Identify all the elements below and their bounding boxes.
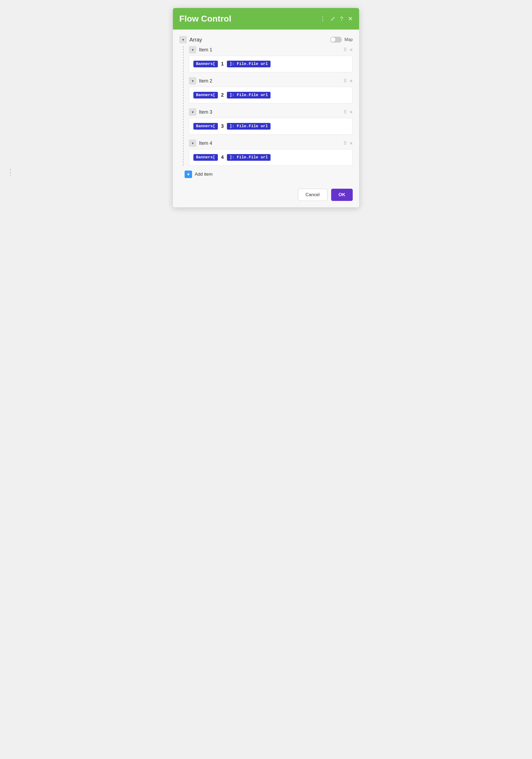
- item-content: Banners[ 1 ]: File.File url: [189, 56, 353, 72]
- dialog-footer: Cancel OK: [173, 184, 359, 207]
- item-header: ▾ Item 3 ⠿ ×: [189, 108, 353, 116]
- item-right: ⠿ ×: [343, 47, 353, 53]
- header-actions: ⋮ ⤢ ? ✕: [320, 16, 353, 22]
- item-left: ▾ Item 4: [189, 140, 212, 147]
- more-icon[interactable]: ⋮: [320, 16, 325, 22]
- token-prefix: Banners[: [193, 92, 218, 99]
- token-row: Banners[ 1 ]: File.File url: [193, 61, 348, 67]
- remove-item-button[interactable]: ×: [350, 140, 353, 146]
- item-right: ⠿ ×: [343, 140, 353, 146]
- token-row: Banners[ 4 ]: File.File url: [193, 154, 348, 161]
- drag-icon[interactable]: ⠿: [343, 78, 347, 84]
- item-left: ▾ Item 1: [189, 46, 212, 54]
- expand-icon[interactable]: ⤢: [330, 16, 335, 22]
- token-index: 3: [219, 123, 225, 130]
- token-suffix: ]: File.File url: [227, 92, 271, 99]
- cancel-button[interactable]: Cancel: [298, 189, 327, 201]
- array-header: ▾ Array Map: [179, 36, 353, 43]
- item-block: ▾ Item 1 ⠿ × Banners[ 1 ]: File.File url: [183, 46, 353, 72]
- remove-item-button[interactable]: ×: [350, 47, 353, 53]
- item-block: ▾ Item 2 ⠿ × Banners[ 2 ]: File.File url: [183, 77, 353, 103]
- item-collapse-button[interactable]: ▾: [189, 108, 196, 116]
- item-label: Item 2: [199, 78, 212, 84]
- flow-control-dialog: Flow Control ⋮ ⤢ ? ✕ ▾ Array Map: [173, 8, 359, 207]
- array-label: Array: [189, 37, 202, 43]
- array-collapse-button[interactable]: ▾: [179, 36, 187, 43]
- add-item-label: Add item: [195, 172, 212, 177]
- map-label: Map: [344, 37, 353, 42]
- token-row: Banners[ 3 ]: File.File url: [193, 123, 348, 130]
- item-left: ▾ Item 2: [189, 77, 212, 85]
- add-item-button[interactable]: +: [185, 171, 192, 178]
- array-left: ▾ Array: [179, 36, 202, 43]
- item-label: Item 1: [199, 47, 212, 53]
- token-suffix: ]: File.File url: [227, 123, 271, 130]
- map-toggle[interactable]: [330, 37, 342, 43]
- item-header: ▾ Item 2 ⠿ ×: [189, 77, 353, 85]
- item-header: ▾ Item 1 ⠿ ×: [189, 46, 353, 54]
- item-content: Banners[ 2 ]: File.File url: [189, 87, 353, 103]
- token-index: 2: [219, 92, 225, 99]
- item-collapse-button[interactable]: ▾: [189, 77, 196, 85]
- item-block: ▾ Item 4 ⠿ × Banners[ 4 ]: File.File url: [183, 140, 353, 166]
- item-header: ▾ Item 4 ⠿ ×: [189, 140, 353, 147]
- remove-item-button[interactable]: ×: [350, 78, 353, 84]
- array-right: Map: [330, 37, 353, 43]
- item-label: Item 4: [199, 140, 212, 146]
- remove-item-button[interactable]: ×: [350, 109, 353, 115]
- close-icon[interactable]: ✕: [348, 16, 353, 22]
- drag-icon[interactable]: ⠿: [343, 47, 347, 53]
- items-container: ▾ Item 1 ⠿ × Banners[ 1 ]: File.File url…: [183, 46, 353, 166]
- token-suffix: ]: File.File url: [227, 61, 271, 67]
- item-content: Banners[ 4 ]: File.File url: [189, 149, 353, 166]
- item-collapse-button[interactable]: ▾: [189, 140, 196, 147]
- token-row: Banners[ 2 ]: File.File url: [193, 92, 348, 99]
- token-suffix: ]: File.File url: [227, 154, 271, 161]
- item-collapse-button[interactable]: ▾: [189, 46, 196, 54]
- token-index: 1: [219, 61, 225, 67]
- token-index: 4: [219, 154, 225, 161]
- item-content: Banners[ 3 ]: File.File url: [189, 118, 353, 135]
- drag-icon[interactable]: ⠿: [343, 109, 347, 115]
- item-block: ▾ Item 3 ⠿ × Banners[ 3 ]: File.File url: [183, 108, 353, 135]
- help-icon[interactable]: ?: [340, 16, 343, 22]
- drag-icon[interactable]: ⠿: [343, 140, 347, 146]
- array-section: ▾ Array Map ▾ Item 1 ⠿ ×: [179, 36, 353, 178]
- token-prefix: Banners[: [193, 154, 218, 161]
- item-left: ▾ Item 3: [189, 108, 212, 116]
- ok-button[interactable]: OK: [331, 189, 353, 201]
- dialog-title: Flow Control: [179, 14, 231, 24]
- dialog-header: Flow Control ⋮ ⤢ ? ✕: [173, 8, 359, 29]
- item-right: ⠿ ×: [343, 78, 353, 84]
- add-item-row: + Add item: [179, 171, 353, 178]
- token-prefix: Banners[: [193, 123, 218, 130]
- item-right: ⠿ ×: [343, 109, 353, 115]
- token-prefix: Banners[: [193, 61, 218, 67]
- item-label: Item 3: [199, 109, 212, 115]
- dialog-body: ▾ Array Map ▾ Item 1 ⠿ ×: [173, 29, 359, 184]
